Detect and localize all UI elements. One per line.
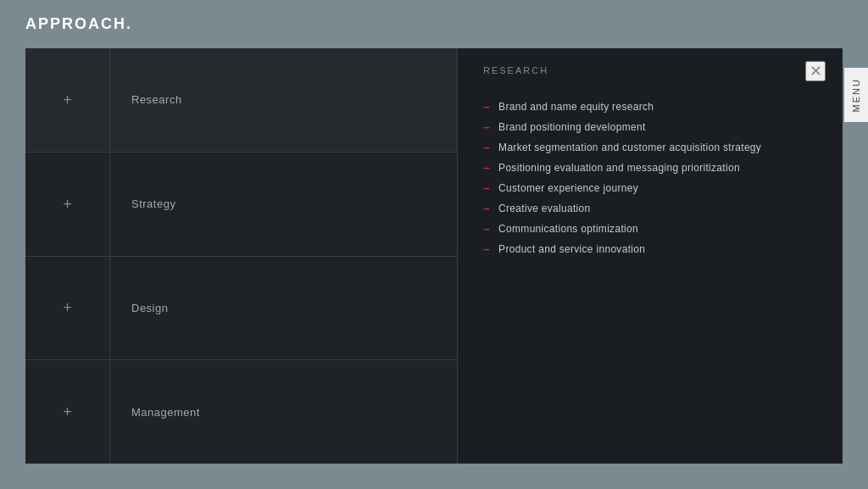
- list-item-text: Market segmentation and customer acquisi…: [498, 142, 761, 153]
- outer-container: APPROACH. + Research + Strategy + Desig: [0, 0, 868, 489]
- close-button[interactable]: ✕: [805, 61, 826, 81]
- accordion-icon-col-research: +: [25, 48, 110, 152]
- list-item-dash: –: [483, 101, 490, 113]
- main-content: + Research + Strategy + Design +: [25, 48, 843, 464]
- list-item-text: Brand and name equity research: [498, 101, 654, 113]
- right-panel: RESEARCH ✕ –Brand and name equity resear…: [458, 48, 843, 464]
- accordion-icon-col-management: +: [25, 360, 110, 464]
- list-item: –Brand and name equity research: [483, 97, 817, 117]
- list-item-dash: –: [483, 203, 490, 214]
- menu-tab[interactable]: Menu: [844, 68, 868, 122]
- list-item-text: Creative evaluation: [498, 203, 590, 214]
- list-item-text: Communications optimization: [498, 223, 638, 235]
- plus-icon-research: +: [63, 92, 72, 108]
- research-list: –Brand and name equity research–Brand po…: [483, 97, 817, 259]
- accordion-item-research[interactable]: + Research: [25, 48, 457, 153]
- list-item: –Brand positioning development: [483, 117, 817, 137]
- accordion-label-research: Research: [110, 93, 182, 106]
- left-panel: + Research + Strategy + Design +: [25, 48, 458, 464]
- list-item-text: Positioning evaluation and messaging pri…: [498, 162, 740, 174]
- plus-icon-strategy: +: [63, 197, 72, 212]
- list-item-text: Brand positioning development: [498, 121, 645, 133]
- accordion-item-management[interactable]: + Management: [25, 360, 457, 464]
- accordion-label-strategy: Strategy: [110, 197, 175, 210]
- list-item-text: Customer experience journey: [498, 182, 638, 194]
- accordion-icon-col-design: +: [25, 257, 110, 360]
- accordion-item-strategy[interactable]: + Strategy: [25, 153, 457, 257]
- plus-icon-management: +: [63, 404, 72, 420]
- page-title: APPROACH.: [0, 0, 868, 48]
- accordion-label-design: Design: [110, 302, 168, 314]
- list-item: –Communications optimization: [483, 219, 817, 239]
- list-item-dash: –: [483, 223, 490, 235]
- list-item: –Customer experience journey: [483, 178, 817, 198]
- list-item: –Positioning evaluation and messaging pr…: [483, 158, 817, 178]
- menu-tab-label: Menu: [851, 78, 861, 112]
- list-item: –Creative evaluation: [483, 198, 817, 219]
- accordion-label-management: Management: [110, 406, 200, 419]
- right-panel-header: RESEARCH: [483, 65, 817, 80]
- list-item-dash: –: [483, 162, 490, 174]
- plus-icon-design: +: [63, 300, 72, 315]
- accordion-item-design[interactable]: + Design: [25, 257, 457, 361]
- list-item-dash: –: [483, 182, 490, 194]
- list-item-dash: –: [483, 142, 490, 153]
- list-item: –Market segmentation and customer acquis…: [483, 137, 817, 158]
- list-item-text: Product and service innovation: [498, 243, 645, 255]
- list-item: –Product and service innovation: [483, 239, 817, 259]
- list-item-dash: –: [483, 243, 490, 255]
- list-item-dash: –: [483, 121, 490, 133]
- accordion-icon-col-strategy: +: [25, 153, 110, 256]
